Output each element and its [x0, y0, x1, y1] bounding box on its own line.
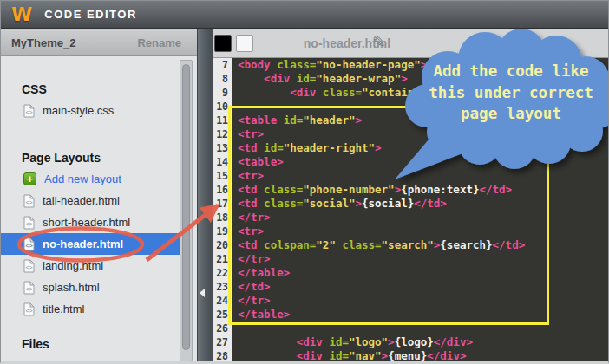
sidebar-item-layout-file[interactable]: <> splash.html: [1, 276, 180, 298]
svg-text:<>: <>: [26, 220, 33, 226]
rename-button[interactable]: Rename: [137, 36, 181, 49]
editor-pane: no-header.html ✎ 78910111213141516171819…: [213, 29, 609, 364]
add-new-layout-button[interactable]: + Add new layout: [1, 168, 180, 190]
file-name: no-header.html: [43, 237, 123, 250]
file-icon: <>: [23, 194, 35, 208]
svg-text:<>: <>: [26, 263, 33, 270]
file-icon: <>: [23, 281, 35, 295]
file-name: splash.html: [43, 281, 100, 294]
white-color-swatch[interactable]: [236, 35, 253, 52]
panel-divider: [197, 29, 213, 364]
file-icon: <>: [23, 216, 35, 230]
sidebar-item-layout-file[interactable]: <> no-header.html: [1, 233, 180, 255]
code-area: 7891011121314151617181920212223242526272…: [213, 58, 609, 364]
line-numbers: 7891011121314151617181920212223242526272…: [213, 58, 232, 364]
app-title: CODE EDITOR: [44, 8, 137, 21]
weebly-logo-icon: W: [11, 5, 32, 24]
layout-file-list: <> tall-header.html <> short-header.html…: [1, 190, 197, 320]
theme-name: MyTheme_2: [11, 36, 75, 49]
svg-text:<>: <>: [26, 285, 33, 291]
sidebar-item-css-file[interactable]: <> main-style.css: [1, 100, 180, 121]
collapse-sidebar-icon[interactable]: [200, 289, 205, 297]
svg-text:<>: <>: [26, 307, 33, 313]
code-editor-window: W CODE EDITOR MyTheme_2 Rename CSS <> ma…: [0, 0, 609, 364]
sidebar-content: CSS <> main-style.css Page Layouts + Add…: [1, 56, 197, 354]
files-section-heading: Files: [1, 337, 197, 354]
black-color-swatch[interactable]: [214, 35, 232, 52]
file-name: landing.html: [43, 259, 103, 272]
css-section-heading: CSS: [1, 82, 197, 100]
file-icon: <>: [23, 237, 35, 251]
svg-text:<>: <>: [26, 242, 33, 248]
add-new-layout-label: Add new layout: [44, 172, 121, 185]
file-name: main-style.css: [43, 104, 114, 117]
svg-text:<>: <>: [26, 108, 33, 114]
file-name: tall-header.html: [43, 194, 120, 207]
file-icon: <>: [23, 302, 35, 316]
sidebar: MyTheme_2 Rename CSS <> main-style.css P…: [1, 29, 197, 364]
file-name: title.html: [43, 302, 84, 315]
editor-header: no-header.html ✎: [213, 29, 609, 58]
sidebar-item-layout-file[interactable]: <> title.html: [1, 298, 180, 320]
plus-icon: +: [23, 172, 36, 185]
sidebar-item-layout-file[interactable]: <> landing.html: [1, 255, 180, 276]
css-file-list: <> main-style.css: [1, 100, 197, 121]
page-layouts-heading: Page Layouts: [1, 151, 197, 168]
edit-filename-pencil-icon[interactable]: ✎: [372, 32, 386, 52]
open-file-name: no-header.html: [265, 29, 429, 58]
file-icon: <>: [23, 104, 35, 118]
file-icon: <>: [23, 259, 35, 273]
sidebar-item-layout-file[interactable]: <> tall-header.html: [1, 190, 180, 211]
file-name: short-header.html: [43, 216, 130, 229]
svg-text:<>: <>: [26, 198, 33, 205]
sidebar-scrollbar-thumb[interactable]: [182, 64, 190, 350]
sidebar-scrollbar: [180, 60, 193, 361]
titlebar: W CODE EDITOR: [1, 1, 609, 29]
sidebar-header: MyTheme_2 Rename: [1, 29, 197, 56]
sidebar-item-layout-file[interactable]: <> short-header.html: [1, 211, 180, 233]
code-lines[interactable]: <body class="no-header-page">​ <div id="…: [232, 58, 609, 364]
